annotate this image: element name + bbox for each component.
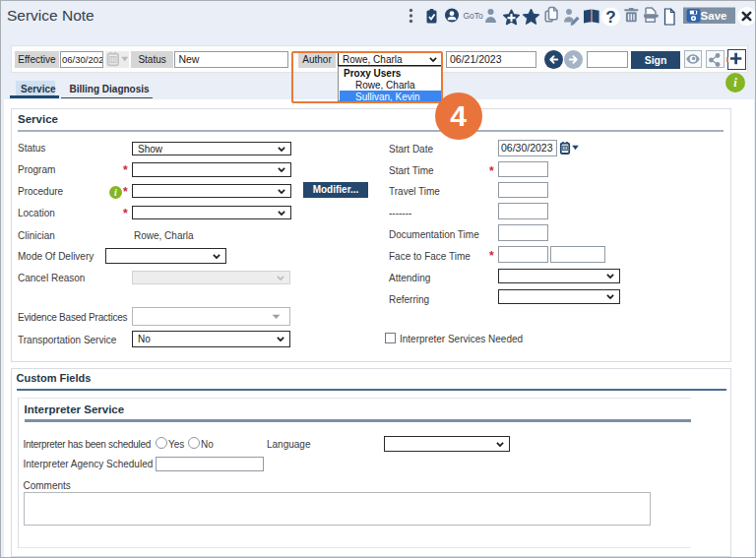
svg-text:?: ? bbox=[605, 8, 615, 27]
svg-text:GoTo: GoTo bbox=[464, 11, 484, 21]
svg-text:Save: Save bbox=[701, 10, 727, 22]
